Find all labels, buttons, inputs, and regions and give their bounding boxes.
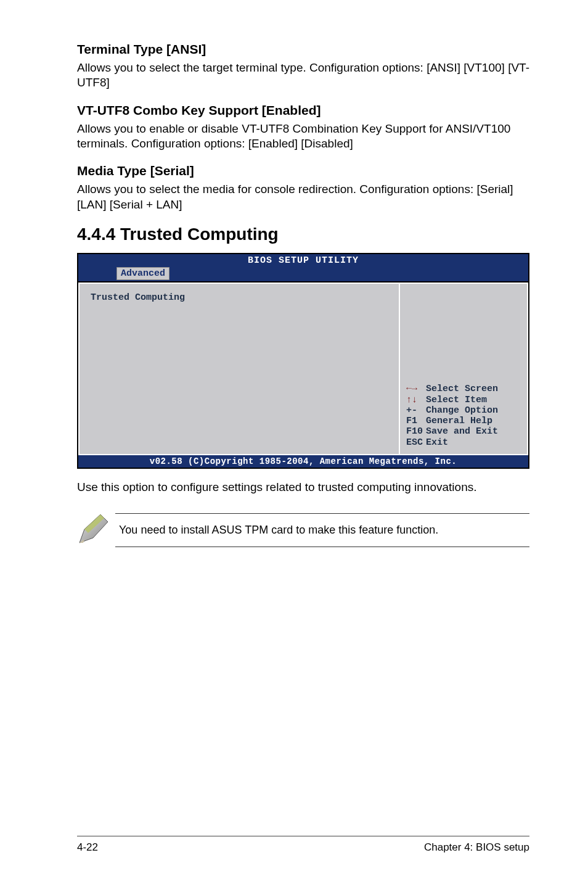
legend-esc: ESC Exit — [406, 437, 521, 448]
legend-key: +- — [406, 405, 421, 416]
legend-general-help: F1 General Help — [406, 416, 521, 426]
combo-heading: VT-UTF8 Combo Key Support [Enabled] — [77, 103, 529, 118]
legend-key: F10 — [406, 426, 421, 437]
legend-key: ESC — [406, 437, 421, 448]
legend-select-item: ↑↓ Select Item — [406, 395, 521, 405]
terminal-body: Allows you to select the target terminal… — [77, 60, 529, 91]
terminal-heading: Terminal Type [ANSI] — [77, 42, 529, 57]
arrows-ud-icon: ↑↓ — [406, 395, 421, 405]
legend-text: Exit — [426, 437, 448, 448]
media-body: Allows you to select the media for conso… — [77, 182, 529, 212]
trusted-computing-description: Use this option to configure settings re… — [77, 480, 529, 495]
legend-select-screen: ←→ Select Screen — [406, 384, 521, 394]
legend-text: Save and Exit — [426, 426, 498, 437]
bios-left-pane: Trusted Computing — [78, 283, 399, 455]
legend-text: General Help — [426, 416, 492, 426]
legend-key: F1 — [406, 416, 421, 426]
bios-tab-advanced: Advanced — [116, 267, 169, 280]
legend-change-option: +- Change Option — [406, 405, 521, 416]
bios-footer: v02.58 (C)Copyright 1985-2004, American … — [78, 455, 528, 468]
combo-body: Allows you to enable or disable VT-UTF8 … — [77, 122, 529, 152]
arrows-lr-icon: ←→ — [406, 384, 421, 394]
bios-legend-pane: ←→ Select Screen ↑↓ Select Item +- Chang… — [399, 283, 528, 455]
page-footer: 4-22 Chapter 4: BIOS setup — [77, 836, 529, 854]
trusted-computing-heading: 4.4.4 Trusted Computing — [77, 225, 529, 244]
legend-text: Select Item — [426, 395, 487, 405]
bios-top-bar: BIOS SETUP UTILITY Advanced — [78, 254, 528, 281]
legend-save-exit: F10 Save and Exit — [406, 426, 521, 437]
bios-screenshot: BIOS SETUP UTILITY Advanced Trusted Comp… — [77, 253, 529, 469]
bios-menu-trusted-computing: Trusted Computing — [91, 292, 185, 303]
note-text: You need to install ASUS TPM card to mak… — [115, 513, 529, 547]
pencil-icon — [72, 512, 115, 548]
bios-title: BIOS SETUP UTILITY — [248, 255, 359, 266]
note-block: You need to install ASUS TPM card to mak… — [72, 512, 529, 548]
bios-body: Trusted Computing ←→ Select Screen ↑↓ Se… — [78, 281, 528, 455]
chapter-label: Chapter 4: BIOS setup — [424, 841, 529, 854]
media-heading: Media Type [Serial] — [77, 163, 529, 178]
legend-text: Select Screen — [426, 384, 498, 394]
legend-text: Change Option — [426, 405, 498, 416]
page-number: 4-22 — [77, 841, 98, 854]
